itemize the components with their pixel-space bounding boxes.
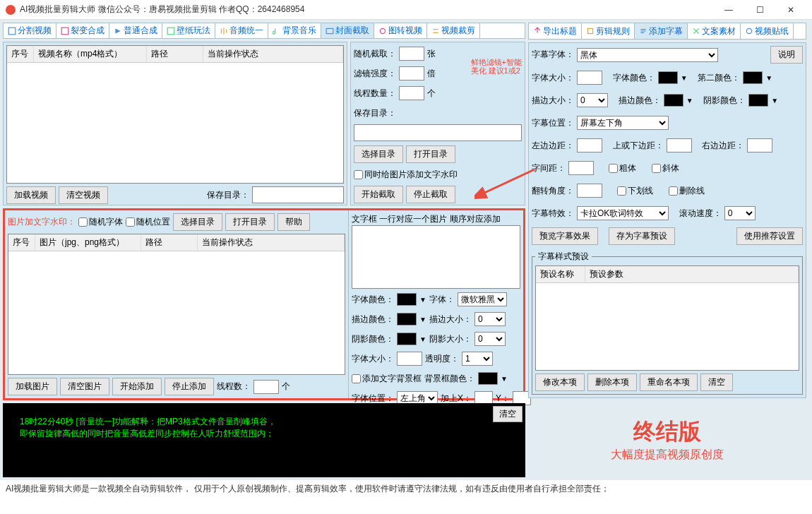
sub-speed-select[interactable]: 0: [724, 206, 756, 220]
shadow-color-picker[interactable]: [397, 333, 417, 345]
opacity-select[interactable]: 1: [462, 352, 493, 366]
tab-edit-rules[interactable]: 剪辑规则: [582, 23, 635, 39]
preview-subtitle-button[interactable]: 预览字幕效果: [532, 227, 598, 245]
stroke-color-picker[interactable]: [397, 313, 417, 325]
sub-pos-select[interactable]: 屏幕左下角: [577, 116, 669, 130]
maximize-button[interactable]: ☐: [744, 0, 775, 20]
tab-fission[interactable]: 裂变合成: [56, 23, 109, 38]
wm-stop-button[interactable]: 停止添加: [165, 378, 214, 395]
filter-input[interactable]: [399, 66, 424, 80]
sub-left-input[interactable]: [577, 138, 602, 153]
capture-panel: 随机截取：张 滤镜强度：倍 鲜艳滤镜+智能 美化 建议1或2 线程数量：个 保存…: [350, 42, 525, 205]
sub-font-select[interactable]: 黑体: [577, 48, 718, 62]
threads-label: 线程数量：: [354, 88, 396, 100]
tab-img-to-video[interactable]: 图转视频: [374, 23, 427, 38]
preset-delete-button[interactable]: 删除本项: [587, 373, 637, 391]
console-log: 18时22分40秒 [音量统一]功能解释：把MP3格式文件音量削峰填谷， 即保留…: [3, 403, 525, 477]
footer-text: AI视频批量剪辑大师是一款视频全自动剪辑软件， 仅用于个人原创视频制作、提高剪辑…: [0, 480, 812, 497]
preset-rename-button[interactable]: 重命名本项: [640, 373, 698, 391]
bg-box-checkbox[interactable]: 添加文字背景框: [352, 373, 422, 385]
left-tabbar: 分割视频 裂变合成 普通合成 壁纸玩法 音频统一 背景音乐 封面截取 图转视频 …: [3, 23, 525, 39]
console-clear-button[interactable]: 清空: [493, 406, 523, 422]
tab-audio-unify[interactable]: 音频统一: [215, 23, 268, 38]
tab-split-video[interactable]: 分割视频: [4, 23, 56, 38]
rand-cap-input[interactable]: [399, 47, 424, 61]
tab-cover-capture[interactable]: 封面截取: [321, 23, 374, 38]
wm-help-button[interactable]: 帮助: [277, 213, 310, 231]
sub-right-input[interactable]: [747, 138, 772, 153]
wm-load-button[interactable]: 加载图片: [8, 378, 57, 395]
sub-rotate-input[interactable]: [577, 184, 602, 198]
rand-cap-label: 随机截取：: [354, 48, 396, 60]
cap-savedir-label: 保存目录：: [354, 107, 396, 119]
wm-rand-pos-checkbox[interactable]: 随机位置: [126, 216, 170, 228]
tab-wallpaper[interactable]: 壁纸玩法: [162, 23, 215, 38]
sub-spacing-input[interactable]: [568, 161, 594, 175]
textbox-textarea[interactable]: [352, 225, 520, 289]
strike-checkbox[interactable]: 删除线: [669, 185, 705, 197]
sub-topbot-input[interactable]: [667, 138, 692, 153]
wm-grid[interactable]: 序号 图片（jpg、png格式） 路径 当前操作状态: [8, 234, 345, 375]
save-dir-input[interactable]: [252, 186, 344, 203]
right-tabbar: 导出标题 剪辑规则 添加字幕 文案素材 视频贴纸: [528, 23, 806, 40]
save-dir-label: 保存目录：: [207, 189, 249, 201]
wm-open-dir-button[interactable]: 打开目录: [225, 213, 275, 231]
explain-button[interactable]: 说明: [770, 46, 803, 64]
font-color-picker[interactable]: [397, 293, 417, 306]
sub-stroke-select[interactable]: 0: [577, 93, 608, 107]
filter-hint: 鲜艳滤镜+智能 美化 建议1或2: [471, 58, 522, 75]
preset-modify-button[interactable]: 修改本项: [535, 373, 585, 391]
tab-export-title[interactable]: 导出标题: [529, 23, 582, 39]
italic-checkbox[interactable]: 斜体: [652, 162, 679, 174]
minimize-button[interactable]: —: [713, 0, 744, 20]
wm-start-button[interactable]: 开始添加: [112, 378, 162, 395]
clear-video-button[interactable]: 清空视频: [59, 186, 108, 204]
sub-size-input[interactable]: [577, 71, 602, 85]
wm-rand-font-checkbox[interactable]: 随机字体: [78, 216, 123, 228]
svg-rect-0: [8, 28, 16, 35]
close-button[interactable]: ✕: [775, 0, 806, 20]
stroke-size-select[interactable]: 0: [474, 312, 506, 326]
load-video-button[interactable]: 加载视频: [6, 186, 56, 204]
tab-video-sticker[interactable]: 视频贴纸: [741, 23, 794, 39]
svg-marker-2: [115, 28, 120, 33]
cap-stop-button[interactable]: 停止截取: [406, 186, 455, 203]
svg-rect-7: [587, 28, 592, 33]
underline-checkbox[interactable]: 下划线: [617, 185, 653, 197]
video-grid[interactable]: 序号 视频名称（mp4格式） 路径 当前操作状态: [6, 45, 344, 184]
bold-checkbox[interactable]: 粗体: [609, 162, 636, 174]
cap-add-wm-checkbox[interactable]: 同时给图片添加文字水印: [354, 169, 458, 181]
sub-effect-select[interactable]: 卡拉OK歌词特效: [577, 206, 669, 220]
titlebar: AI视频批量剪辑大师 微信公众号：唐易视频批量剪辑 作者QQ：264246895…: [0, 0, 812, 20]
col-index: 序号: [7, 46, 34, 62]
cap-open-dir-button[interactable]: 打开目录: [406, 145, 455, 163]
watermark-panel: 图片加文字水印： 随机字体 随机位置 选择目录 打开目录 帮助 序号 图片（jp…: [5, 210, 348, 398]
font-select[interactable]: 微软雅黑: [458, 292, 507, 306]
save-preset-button[interactable]: 存为字幕预设: [609, 227, 675, 245]
brand-banner: 终结版 大幅度提高视频原创度: [528, 401, 806, 477]
shadow-size-select[interactable]: 0: [474, 332, 506, 346]
threads-input[interactable]: [399, 86, 424, 100]
sub-color-picker[interactable]: [658, 71, 678, 84]
tab-add-subtitle[interactable]: 添加字幕: [635, 23, 688, 39]
wm-choose-dir-button[interactable]: 选择目录: [173, 213, 222, 231]
tab-script-material[interactable]: 文案素材: [688, 23, 741, 39]
sub-color2-picker[interactable]: [743, 71, 763, 84]
window-title: AI视频批量剪辑大师 微信公众号：唐易视频批量剪辑 作者QQ：264246895…: [20, 4, 713, 16]
tab-bgm[interactable]: 背景音乐: [268, 23, 321, 38]
wm-threads-input[interactable]: [253, 380, 279, 394]
wm-clear-button[interactable]: 清空图片: [60, 378, 109, 395]
svg-point-8: [746, 28, 751, 33]
bg-color-picker[interactable]: [478, 372, 498, 385]
preset-clear-button[interactable]: 清空: [700, 373, 733, 391]
cap-savedir-input[interactable]: [354, 124, 522, 141]
sub-shadow-color-picker[interactable]: [748, 94, 768, 107]
cap-start-button[interactable]: 开始截取: [354, 186, 403, 203]
font-size-input[interactable]: [397, 352, 422, 366]
cap-choose-dir-button[interactable]: 选择目录: [354, 145, 403, 163]
sub-stroke-color-picker[interactable]: [664, 94, 683, 107]
tab-video-crop[interactable]: 视频裁剪: [427, 23, 480, 38]
preset-grid[interactable]: 预设名称 预设参数: [535, 265, 799, 371]
recommend-button[interactable]: 使用推荐设置: [736, 227, 803, 245]
tab-normal-compose[interactable]: 普通合成: [109, 23, 162, 38]
